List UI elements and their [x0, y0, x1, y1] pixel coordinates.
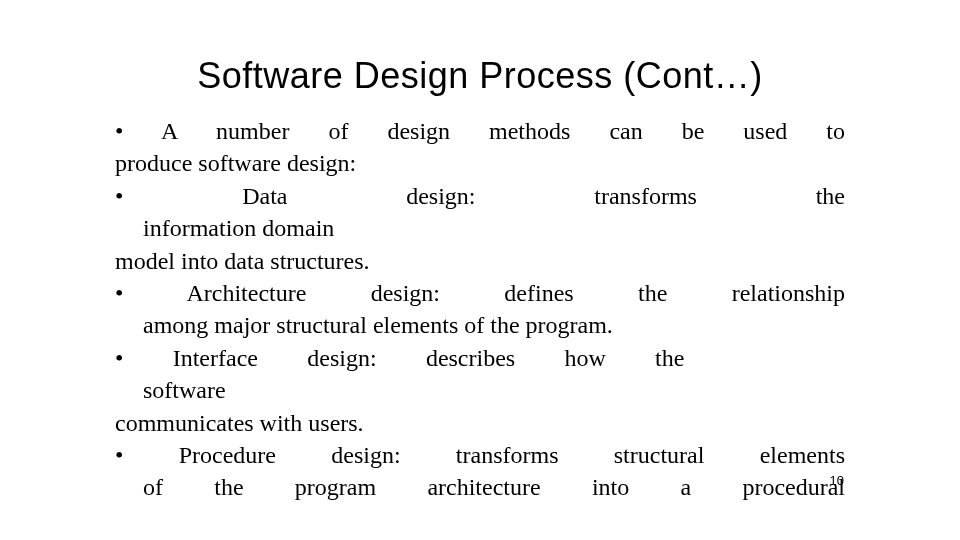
- body-line: communicates with users.: [115, 407, 845, 439]
- body-line: of the program architecture into a proce…: [115, 471, 845, 503]
- text-span: transforms: [594, 183, 697, 209]
- text-span: • Data: [115, 183, 287, 209]
- body-line: among major structural elements of the p…: [115, 309, 845, 341]
- slide-body: • A number of design methods can be used…: [115, 115, 845, 504]
- body-line: information domain: [115, 212, 845, 244]
- body-line: • Procedure design: transforms structura…: [115, 439, 845, 471]
- page-number: 10: [830, 473, 844, 488]
- text-span: describes how the: [426, 345, 685, 371]
- slide-container: Software Design Process (Cont…) • A numb…: [0, 0, 960, 504]
- text-span: • Interface: [115, 345, 258, 371]
- body-line: • Interface design: describes how the: [115, 342, 684, 374]
- body-line: • Architecture design: defines the relat…: [115, 277, 845, 309]
- slide-title: Software Design Process (Cont…): [115, 55, 845, 97]
- text-span: the: [816, 183, 845, 209]
- body-line: • A number of design methods can be used…: [115, 115, 845, 147]
- body-line: produce software design:: [115, 147, 845, 179]
- body-line: software: [115, 374, 845, 406]
- text-span: design:: [307, 345, 376, 371]
- body-line: • Data design: transforms the: [115, 180, 845, 212]
- body-line: model into data structures.: [115, 245, 845, 277]
- text-span: design:: [406, 183, 475, 209]
